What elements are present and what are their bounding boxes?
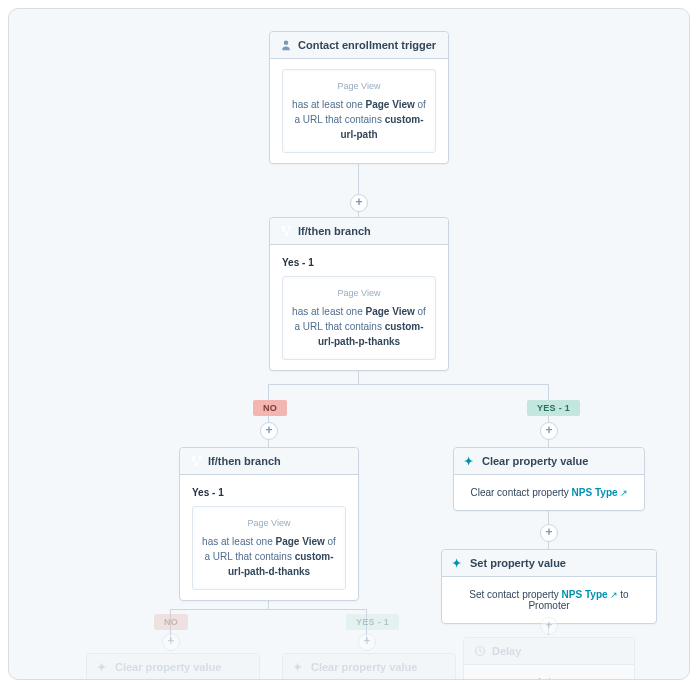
card-header: ✦ Clear property value — [87, 654, 259, 680]
branch-subhead: Yes - 1 — [282, 257, 436, 268]
enrollment-trigger-card[interactable]: Contact enrollment trigger Page View has… — [269, 31, 449, 164]
clock-icon — [474, 645, 486, 657]
add-step-button[interactable]: + — [540, 422, 558, 440]
delay-card[interactable]: Delay 1 day — [463, 637, 635, 680]
fork-icon — [190, 455, 202, 467]
card-title: Set property value — [470, 557, 566, 569]
card-title: Clear property value — [482, 455, 588, 467]
sparkle-icon: ✦ — [452, 557, 464, 569]
nps-type-link[interactable]: NPS Type — [562, 589, 608, 600]
branch-tag-no[interactable]: NO — [253, 400, 287, 416]
connector — [268, 384, 548, 385]
add-step-button[interactable]: + — [540, 524, 558, 542]
rule-title: Page View — [199, 517, 339, 531]
enrollment-rule[interactable]: Page View has at least one Page View of … — [282, 69, 436, 153]
clear-property-card[interactable]: ✦ Clear property value Clear contact pro… — [86, 653, 260, 680]
external-icon: ↗ — [620, 488, 628, 498]
set-property-card[interactable]: ✦ Set property value Set contact propert… — [441, 549, 657, 624]
add-step-button[interactable]: + — [350, 194, 368, 212]
card-header: ✦ Clear property value — [283, 654, 455, 680]
card-title: Contact enrollment trigger — [298, 39, 436, 51]
card-header: ✦ Clear property value — [454, 448, 644, 475]
delay-value: 1 day — [464, 665, 634, 680]
add-step-button[interactable]: + — [162, 633, 180, 651]
workflow-canvas[interactable]: Contact enrollment trigger Page View has… — [8, 8, 690, 680]
clear-property-card[interactable]: ✦ Clear property value Clear contact pro… — [282, 653, 456, 680]
clear-property-card[interactable]: ✦ Clear property value Clear contact pro… — [453, 447, 645, 511]
add-step-button[interactable]: + — [358, 633, 376, 651]
user-icon — [280, 39, 292, 51]
fork-icon — [280, 225, 292, 237]
card-header: If/then branch — [270, 218, 448, 245]
card-header: Contact enrollment trigger — [270, 32, 448, 59]
card-header: If/then branch — [180, 448, 358, 475]
rule-title: Page View — [289, 80, 429, 94]
branch-tag-no[interactable]: NO — [154, 614, 188, 630]
add-step-button[interactable]: + — [540, 617, 558, 635]
branch-subhead: Yes - 1 — [192, 487, 346, 498]
branch-rule[interactable]: Page View has at least one Page View of … — [282, 276, 436, 360]
sparkle-icon: ✦ — [97, 661, 109, 673]
external-icon: ↗ — [610, 590, 618, 600]
if-then-branch-card[interactable]: If/then branch Yes - 1 Page View has at … — [269, 217, 449, 371]
branch-rule[interactable]: Page View has at least one Page View of … — [192, 506, 346, 590]
sparkle-icon: ✦ — [464, 455, 476, 467]
card-title: Delay — [492, 645, 521, 657]
sparkle-icon: ✦ — [293, 661, 305, 673]
nps-type-link[interactable]: NPS Type — [572, 487, 618, 498]
rule-title: Page View — [289, 287, 429, 301]
card-title: If/then branch — [208, 455, 281, 467]
if-then-branch-card[interactable]: If/then branch Yes - 1 Page View has at … — [179, 447, 359, 601]
card-header: Delay — [464, 638, 634, 665]
card-title: Clear property value — [311, 661, 417, 673]
branch-tag-yes[interactable]: YES - 1 — [346, 614, 399, 630]
connector — [170, 609, 366, 610]
card-header: ✦ Set property value — [442, 550, 656, 577]
add-step-button[interactable]: + — [260, 422, 278, 440]
card-title: Clear property value — [115, 661, 221, 673]
branch-tag-yes[interactable]: YES - 1 — [527, 400, 580, 416]
card-title: If/then branch — [298, 225, 371, 237]
